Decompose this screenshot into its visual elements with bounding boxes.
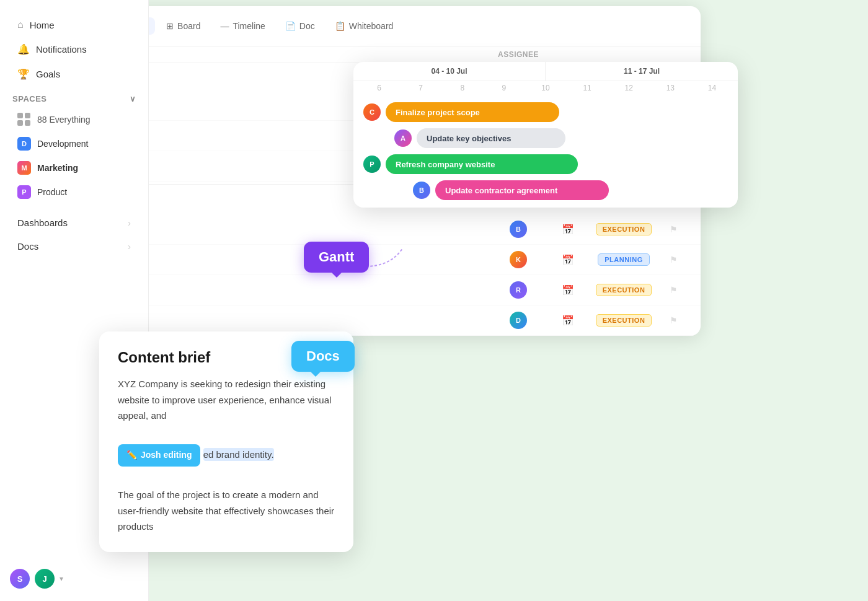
gantt-bar-contractor: Update contractor agreement	[435, 180, 609, 200]
home-icon: ⌂	[17, 19, 24, 30]
gantt-avatar: B	[413, 182, 430, 199]
chevron-right-icon-docs: ›	[128, 241, 131, 252]
gantt-date: 10	[525, 84, 566, 92]
whiteboard-icon: 📋	[335, 21, 345, 31]
sidebar-item-development[interactable]: D Development	[5, 132, 143, 156]
gantt-bar-website: Refresh company website	[386, 154, 578, 174]
sidebar-item-notifications[interactable]: 🔔 Notifications	[5, 37, 143, 61]
everything-label: 88 Everything	[37, 115, 91, 125]
gantt-row: A Update key objectives	[363, 128, 728, 148]
timeline-icon: —	[220, 21, 229, 31]
marketing-icon: M	[17, 161, 31, 175]
sidebar-item-dashboards[interactable]: Dashboards ›	[5, 211, 143, 234]
sidebar-goals-label: Goals	[36, 69, 60, 79]
gantt-date: 12	[608, 84, 650, 92]
gantt-row: C Finalize project scope	[363, 102, 728, 122]
pencil-icon: ✏️	[126, 448, 137, 463]
status-badge: EXECUTION	[596, 284, 652, 296]
status-badge: EXECUTION	[596, 223, 652, 235]
product-label: Product	[37, 187, 67, 197]
task-date: 📅	[549, 284, 587, 296]
task-status: PLANNING	[587, 253, 661, 266]
avatar: R	[510, 281, 527, 299]
tab-whiteboard[interactable]: 📋 Whiteboard	[326, 17, 402, 35]
sidebar-home-label: Home	[30, 20, 55, 30]
gantt-avatar: P	[363, 156, 381, 173]
task-status: EXECUTION	[587, 314, 661, 327]
gantt-week1-label: 04 - 10 Jul	[353, 62, 546, 81]
gantt-row: P Refresh company website	[363, 154, 728, 174]
tab-timeline[interactable]: — Timeline	[211, 17, 273, 35]
gantt-date: 9	[483, 84, 525, 92]
user-area[interactable]: S J ▾	[0, 569, 148, 589]
task-flag: ⚑	[661, 255, 686, 265]
gantt-date: 7	[400, 84, 441, 92]
task-assignee: D	[487, 312, 549, 329]
sidebar-item-everything[interactable]: 88 Everything	[5, 108, 143, 131]
doc-icon: 📄	[285, 21, 296, 31]
board-icon: ⊞	[166, 21, 174, 31]
chevron-down-user: ▾	[60, 574, 63, 583]
task-flag: ⚑	[661, 224, 686, 234]
sidebar-item-docs[interactable]: Docs ›	[5, 235, 143, 258]
chevron-right-icon: ›	[128, 217, 131, 228]
gantt-week-headers: 04 - 10 Jul 11 - 17 Jul	[353, 62, 738, 81]
sidebar-item-product[interactable]: P Product	[5, 180, 143, 204]
user-avatar-photo: J	[35, 569, 55, 589]
gantt-bars-container: C Finalize project scope A Update key ob…	[353, 95, 738, 208]
sidebar-notifications-label: Notifications	[36, 44, 87, 55]
gantt-week2-label: 11 - 17 Jul	[546, 62, 738, 81]
task-flag: ⚑	[661, 315, 686, 325]
col-assignee-header: ASSIGNEE	[487, 50, 549, 59]
docs-tooltip: Docs	[291, 341, 355, 372]
project-tabs: ≡ List ⊞ Board — Timeline 📄 Doc 📋 Whiteb…	[113, 17, 402, 35]
sidebar-item-goals[interactable]: 🏆 Goals	[5, 62, 143, 86]
status-badge: PLANNING	[598, 253, 649, 266]
gantt-date: 11	[567, 84, 608, 92]
bell-icon: 🔔	[17, 43, 30, 55]
user-avatar-s: S	[10, 569, 30, 589]
task-assignee: R	[487, 281, 549, 299]
editing-badge: ✏️ Josh editing	[118, 444, 200, 467]
gantt-tooltip: Gantt	[304, 242, 369, 273]
spaces-section: Spaces ∨	[0, 87, 148, 107]
gantt-date: 14	[691, 84, 733, 92]
task-flag: ⚑	[661, 285, 686, 295]
avatar: B	[510, 221, 527, 238]
sidebar-item-home[interactable]: ⌂ Home	[5, 13, 143, 37]
tab-doc[interactable]: 📄 Doc	[277, 17, 324, 35]
task-status: EXECUTION	[587, 284, 661, 296]
gantt-bar-finalize: Finalize project scope	[386, 102, 559, 122]
gantt-row: B Update contractor agreement	[363, 180, 728, 200]
gantt-date: 6	[358, 84, 400, 92]
chevron-down-icon[interactable]: ∨	[130, 94, 136, 103]
product-icon: P	[17, 185, 31, 199]
tab-board[interactable]: ⊞ Board	[157, 17, 209, 35]
task-date: 📅	[549, 254, 587, 266]
development-label: Development	[37, 139, 89, 149]
status-badge: EXECUTION	[596, 314, 652, 327]
gantt-date: 8	[441, 84, 483, 92]
task-assignee: K	[487, 251, 549, 268]
avatar: D	[510, 312, 527, 329]
gantt-dates: 6 7 8 9 10 11 12 13 14	[353, 81, 738, 95]
gantt-avatar: C	[363, 103, 381, 121]
task-assignee: B	[487, 221, 549, 238]
everything-icon	[17, 113, 31, 126]
task-status: EXECUTION	[587, 223, 661, 235]
goals-icon: 🏆	[17, 68, 30, 80]
development-icon: D	[17, 137, 31, 151]
docs-body: XYZ Company is seeking to redesign their…	[118, 376, 335, 535]
avatar: K	[510, 251, 527, 268]
task-date: 📅	[549, 224, 587, 235]
marketing-label: Marketing	[37, 163, 78, 173]
task-date: 📅	[549, 315, 587, 327]
gantt-date: 13	[650, 84, 691, 92]
gantt-avatar: A	[394, 129, 412, 147]
gantt-bar-objectives: Update key objectives	[417, 128, 565, 148]
gantt-card: 04 - 10 Jul 11 - 17 Jul 6 7 8 9 10 11 12…	[353, 62, 738, 208]
sidebar-item-marketing[interactable]: M Marketing	[5, 156, 143, 180]
